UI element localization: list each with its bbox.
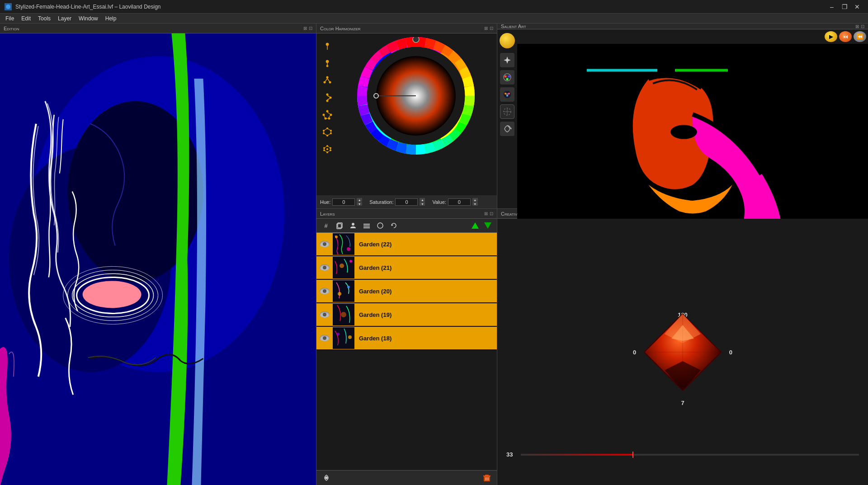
harmony-type-2[interactable] — [320, 56, 335, 71]
edition-header: Edition ⊠ ⊡ — [0, 24, 316, 33]
harmony-type-7[interactable] — [320, 142, 335, 156]
menu-window[interactable]: Window — [75, 14, 102, 24]
diamond-svg — [637, 307, 728, 397]
menu-tools[interactable]: Tools — [34, 14, 54, 24]
palette-tool[interactable] — [500, 87, 514, 102]
color-wheel[interactable] — [357, 37, 475, 155]
layer-number-btn[interactable]: # — [320, 221, 332, 231]
color-swatch-yellow[interactable] — [500, 33, 515, 48]
list-item[interactable]: Garden (22) — [316, 233, 497, 256]
layer-person-btn[interactable] — [347, 221, 359, 231]
layer-delete-btn[interactable] — [481, 472, 493, 483]
sa-icon-1[interactable]: ⊠ — [855, 24, 859, 29]
cc-slider-track[interactable] — [521, 454, 859, 456]
cc-slider-handle[interactable] — [632, 452, 633, 458]
layer-22-eye — [320, 241, 330, 247]
sat-up[interactable]: ▲ — [420, 198, 425, 202]
title-bar: Stylized-Female-Head-Line-Art_Essai.lvf … — [0, 0, 868, 14]
layer-18-name: Garden (18) — [354, 335, 497, 342]
ch-icon-1[interactable]: ⊠ — [484, 26, 488, 31]
layers-list: Garden (22) — [316, 233, 497, 470]
harmony-type-3[interactable] — [320, 73, 335, 88]
artwork-canvas[interactable] — [0, 33, 316, 485]
hue-up[interactable]: ▲ — [357, 198, 362, 202]
svg-point-58 — [508, 75, 510, 78]
edition-canvas[interactable] — [0, 33, 316, 485]
val-up[interactable]: ▲ — [472, 198, 478, 202]
color-harmonizer-panel: Color Harmonizer ⊠ ⊡ — [316, 24, 497, 208]
color-harmonizer-header: Color Harmonizer ⊠ ⊡ — [316, 24, 497, 33]
hue-input[interactable] — [332, 198, 355, 206]
svg-point-59 — [506, 78, 509, 80]
bottom-right-container: Layers ⊠ ⊡ # — [316, 209, 868, 485]
layer-21-visibility[interactable] — [316, 256, 333, 279]
value-input[interactable] — [448, 198, 471, 206]
layers-icon-2[interactable]: ⊡ — [490, 211, 493, 216]
svg-line-24 — [327, 96, 330, 97]
list-item[interactable]: Garden (20) — [316, 280, 497, 303]
layer-group-btn[interactable] — [361, 221, 373, 231]
val-down[interactable]: ▼ — [472, 202, 478, 206]
menu-edit[interactable]: Edit — [18, 14, 34, 24]
menu-layer[interactable]: Layer — [54, 14, 75, 24]
value-label: Value: — [432, 199, 446, 205]
edition-panel-icons: ⊠ ⊡ — [303, 26, 312, 31]
layer-22-visibility[interactable] — [316, 233, 333, 256]
layer-eye-btn[interactable] — [320, 472, 333, 483]
list-item[interactable]: Garden (21) — [316, 256, 497, 280]
layer-move-down-btn[interactable] — [482, 221, 493, 231]
harmony-type-5[interactable] — [320, 108, 335, 122]
right-panels: Color Harmonizer ⊠ ⊡ — [316, 24, 868, 485]
hue-label: Hue: — [320, 199, 330, 205]
ch-icon-2[interactable]: ⊡ — [490, 26, 493, 31]
sa-icon-2[interactable]: ⊡ — [861, 24, 864, 29]
layer-20-eye — [320, 288, 330, 294]
edition-icon-1[interactable]: ⊠ — [303, 26, 307, 31]
play-alt-button[interactable]: ⏮ — [839, 31, 852, 42]
minimize-button[interactable]: – — [826, 2, 838, 12]
layer-copy-btn[interactable] — [334, 221, 345, 231]
top-right-container: Color Harmonizer ⊠ ⊡ — [316, 24, 868, 209]
harmonizer-content — [316, 33, 497, 195]
diamond-widget[interactable]: 100 0 0 7 — [637, 307, 728, 397]
navigate-tool[interactable] — [500, 53, 514, 67]
edition-title: Edition — [4, 26, 19, 31]
maximize-button[interactable]: ❐ — [838, 2, 851, 12]
saturation-input[interactable] — [395, 198, 418, 206]
stop-button[interactable]: ⏪ — [854, 31, 866, 42]
list-item[interactable]: Garden (18) — [316, 327, 497, 350]
menu-help[interactable]: Help — [102, 14, 120, 24]
list-item[interactable]: Garden (19) — [316, 303, 497, 327]
harmony-type-4[interactable] — [320, 90, 335, 105]
layers-icon-1[interactable]: ⊠ — [484, 211, 488, 216]
layer-20-visibility[interactable] — [316, 279, 333, 303]
svg-point-7 — [83, 281, 142, 308]
svg-point-21 — [326, 94, 329, 96]
cc-slider-value: 33 — [506, 451, 517, 458]
sat-down[interactable]: ▼ — [420, 202, 425, 206]
svg-point-98 — [325, 476, 328, 479]
layer-18-visibility[interactable] — [316, 326, 333, 350]
hue-down[interactable]: ▼ — [357, 202, 362, 206]
svg-point-97 — [337, 333, 340, 335]
color-tool[interactable] — [500, 70, 514, 85]
harmony-type-6[interactable] — [320, 125, 335, 139]
layer-move-up-btn[interactable] — [470, 221, 481, 231]
layer-19-visibility[interactable] — [316, 303, 333, 326]
layer-circle-btn[interactable] — [374, 221, 386, 231]
hue-group: Hue: ▲ ▼ — [320, 198, 362, 206]
layer-20-name: Garden (20) — [354, 288, 497, 295]
grid-tool[interactable] — [500, 104, 514, 119]
layer-19-name: Garden (19) — [354, 311, 497, 318]
close-button[interactable]: ✕ — [851, 2, 863, 12]
menu-file[interactable]: File — [2, 14, 18, 24]
edition-icon-2[interactable]: ⊡ — [309, 26, 312, 31]
svg-line-32 — [329, 116, 330, 118]
harmony-type-1[interactable] — [320, 39, 335, 53]
play-button[interactable]: ▶ — [825, 31, 837, 42]
cc-bottom-value: 7 — [681, 400, 684, 406]
layer-18-thumb — [333, 327, 354, 349]
svg-point-80 — [377, 223, 383, 228]
layer-refresh-btn[interactable] — [388, 221, 400, 231]
rotate-tool[interactable] — [500, 122, 514, 136]
